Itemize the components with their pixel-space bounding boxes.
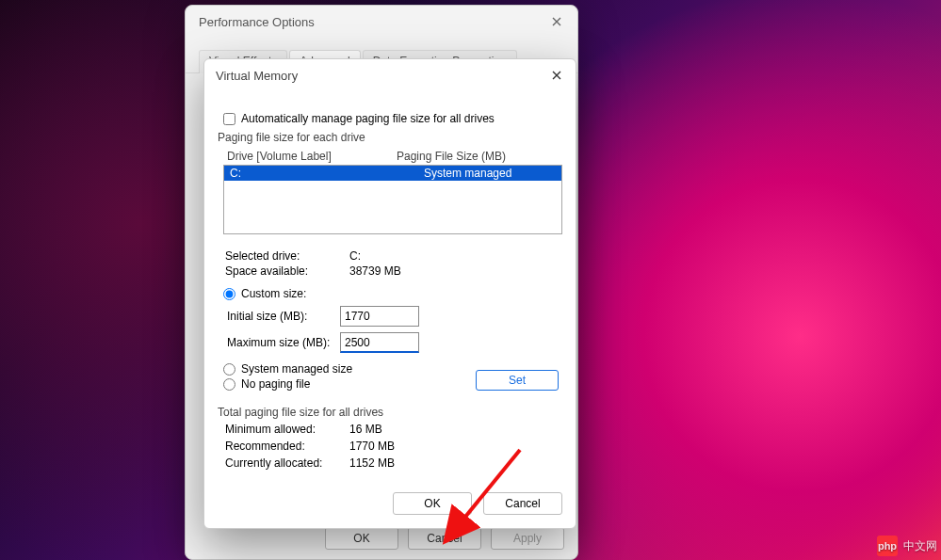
drive-list-headers: Drive [Volume Label] Paging File Size (M…	[227, 150, 562, 163]
system-managed-label: System managed size	[241, 362, 352, 376]
drive-group-label: Paging file size for each drive	[218, 131, 562, 144]
space-available-value: 38739 MB	[349, 264, 401, 278]
selected-drive-value: C:	[349, 249, 361, 263]
watermark-text: 中文网	[903, 538, 937, 554]
vm-titlebar[interactable]: Virtual Memory	[204, 59, 576, 93]
custom-size-radio[interactable]	[223, 288, 235, 300]
auto-manage-label: Automatically manage paging file size fo…	[241, 112, 495, 125]
system-managed-radio[interactable]	[223, 363, 235, 376]
custom-size-label: Custom size:	[241, 287, 306, 300]
perf-titlebar[interactable]: Performance Options	[186, 6, 577, 36]
maximum-size-input[interactable]	[340, 332, 419, 353]
watermark-logo-icon: php	[877, 536, 898, 556]
virtual-memory-dialog: Virtual Memory Automatically manage pagi…	[203, 58, 576, 529]
close-icon[interactable]	[544, 11, 570, 32]
vm-button-row: OK Cancel	[204, 481, 576, 528]
maximum-size-label: Maximum size (MB):	[227, 336, 340, 349]
perf-cancel-button[interactable]: Cancel	[408, 527, 481, 550]
set-button[interactable]: Set	[476, 370, 559, 391]
close-icon[interactable]	[544, 65, 570, 86]
perf-ok-button[interactable]: OK	[325, 527, 398, 550]
perf-title: Performance Options	[199, 15, 315, 29]
initial-size-label: Initial size (MB):	[227, 310, 340, 323]
drive-name: C:	[230, 167, 424, 180]
header-drive: Drive [Volume Label]	[227, 150, 397, 163]
no-paging-radio[interactable]	[223, 378, 235, 391]
header-size: Paging File Size (MB)	[397, 150, 506, 163]
space-available-label: Space available:	[225, 264, 349, 278]
vm-title: Virtual Memory	[216, 69, 298, 83]
drive-row-c[interactable]: C: System managed	[224, 166, 561, 181]
cancel-button[interactable]: Cancel	[483, 492, 562, 515]
watermark: php 中文网	[877, 536, 937, 556]
currently-allocated-label: Currently allocated:	[225, 456, 349, 470]
min-allowed-value: 16 MB	[349, 423, 382, 436]
selected-drive-label: Selected drive:	[225, 249, 349, 263]
recommended-label: Recommended:	[225, 440, 349, 453]
drive-list[interactable]: C: System managed	[223, 165, 562, 234]
no-paging-label: No paging file	[241, 377, 310, 391]
auto-manage-checkbox[interactable]	[223, 113, 235, 125]
totals-group-label: Total paging file size for all drives	[218, 406, 562, 419]
recommended-value: 1770 MB	[349, 440, 395, 453]
min-allowed-label: Minimum allowed:	[225, 423, 349, 436]
drive-size: System managed	[424, 167, 556, 180]
currently-allocated-value: 1152 MB	[349, 456, 395, 470]
perf-apply-button: Apply	[491, 527, 564, 550]
initial-size-input[interactable]	[340, 306, 419, 327]
ok-button[interactable]: OK	[393, 492, 472, 515]
